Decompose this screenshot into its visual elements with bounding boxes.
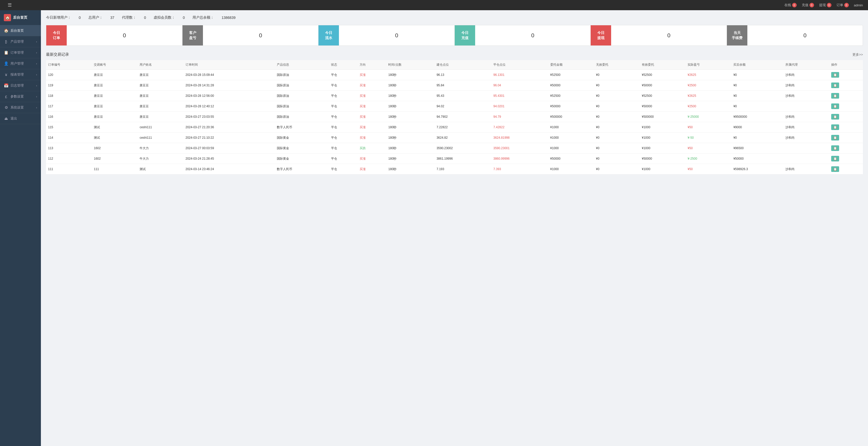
- sidebar-item-logs[interactable]: 📅 日志管理 ›: [0, 80, 41, 91]
- sidebar-item-products[interactable]: ₿ 产品管理 ›: [0, 36, 41, 47]
- invalid: ¥0: [594, 154, 640, 164]
- balance: ¥0: [731, 70, 783, 80]
- card-label-today-withdraw: 今日提现: [591, 25, 611, 45]
- action-button[interactable]: 📋: [831, 103, 839, 109]
- close-price: 7.42822: [491, 122, 548, 133]
- action[interactable]: 📋: [829, 154, 863, 164]
- col-header: 方向: [358, 60, 386, 70]
- col-header: 订单时间: [184, 60, 275, 70]
- admin-menu[interactable]: admin: [854, 3, 863, 7]
- amount: ¥1000: [548, 143, 594, 154]
- username: 唐豆豆: [137, 112, 183, 122]
- action-button[interactable]: 📋: [831, 135, 839, 140]
- order-id: 111: [46, 164, 92, 174]
- valid: ¥52500: [640, 70, 685, 80]
- order-time: 2024-03-27 21:10:22: [184, 133, 275, 143]
- action[interactable]: 📋: [829, 80, 863, 91]
- card-tile-daily-fee: 当天手续费 0: [727, 25, 863, 45]
- username: ceshi111: [137, 133, 183, 143]
- account: 1602: [92, 143, 137, 154]
- table-body: 120唐豆豆唐豆豆2024-03-28 15:09:44国际原油平仓买涨180秒…: [46, 70, 863, 174]
- order-nav[interactable]: 订单 0: [837, 3, 849, 7]
- sidebar-icon-logs: 📅: [4, 83, 8, 88]
- username: 唐豆豆: [137, 80, 183, 91]
- sidebar-arrow-system: ›: [36, 106, 37, 109]
- order-id: 115: [46, 122, 92, 133]
- action-button[interactable]: 📋: [831, 124, 839, 130]
- action-button[interactable]: 📋: [831, 166, 839, 172]
- valid: ¥500000: [640, 112, 685, 122]
- action-button[interactable]: 📋: [831, 145, 839, 151]
- sidebar-icon-orders: 📋: [4, 50, 8, 55]
- action-button[interactable]: 📋: [831, 156, 839, 161]
- profit: ¥-2500: [685, 154, 731, 164]
- duration: 180秒: [386, 101, 435, 112]
- sidebar-item-params[interactable]: £ 参数设置 ›: [0, 91, 41, 102]
- recharge-badge: 0: [809, 3, 814, 7]
- card-label-client-loss: 客户盘亏: [183, 25, 203, 45]
- action[interactable]: 📋: [829, 122, 863, 133]
- section-title: 最新交易记录: [46, 52, 69, 57]
- agent: 沙和尚: [783, 122, 829, 133]
- order-time: 2024-03-27 23:03:55: [184, 112, 275, 122]
- sidebar-item-reports[interactable]: ¥ 报表管理 ›: [0, 69, 41, 80]
- direction: 买涨: [358, 133, 386, 143]
- sidebar-item-logout[interactable]: ⏏ 退出: [0, 113, 41, 124]
- profit: ¥50: [685, 164, 731, 174]
- sidebar-item-home[interactable]: 🏠 后台首页: [0, 25, 41, 36]
- online-status[interactable]: 在线 0: [784, 3, 797, 7]
- new-users-value: 0: [79, 15, 81, 20]
- sidebar-label-logs: 日志管理: [10, 83, 34, 88]
- direction: 买涨: [358, 112, 386, 122]
- more-link[interactable]: 更多>>: [852, 52, 863, 57]
- invalid: ¥0: [594, 133, 640, 143]
- open-price: 95.84: [435, 80, 491, 91]
- order-time: 2024-03-24 21:28:45: [184, 154, 275, 164]
- sidebar-item-orders[interactable]: 📋 订单管理 ›: [0, 47, 41, 58]
- action[interactable]: 📋: [829, 91, 863, 101]
- status: 平仓: [329, 133, 358, 143]
- recharge-nav[interactable]: 充值 0: [802, 3, 814, 7]
- table-row: 120唐豆豆唐豆豆2024-03-28 15:09:44国际原油平仓买涨180秒…: [46, 70, 863, 80]
- balance: ¥96500: [731, 143, 783, 154]
- product: 国际原油: [275, 112, 329, 122]
- withdraw-nav[interactable]: 提现 0: [819, 3, 832, 7]
- action[interactable]: 📋: [829, 133, 863, 143]
- sidebar-item-users[interactable]: 👤 用户管理 ›: [0, 58, 41, 69]
- action[interactable]: 📋: [829, 101, 863, 112]
- action[interactable]: 📋: [829, 164, 863, 174]
- status: 平仓: [329, 154, 358, 164]
- action[interactable]: 📋: [829, 112, 863, 122]
- sidebar-icon-system: ⚙: [4, 105, 8, 110]
- action-button[interactable]: 📋: [831, 93, 839, 99]
- amount: ¥50000: [548, 101, 594, 112]
- open-price: 7.193: [435, 164, 491, 174]
- action-button[interactable]: 📋: [831, 72, 839, 78]
- close-price: 94.79: [491, 112, 548, 122]
- table-row: 1131602牛大力2024-03-27 00:03:59国际黄金平仓买跌180…: [46, 143, 863, 154]
- sidebar-label-orders: 订单管理: [10, 50, 34, 55]
- sidebar-item-system[interactable]: ⚙ 系统设置 ›: [0, 102, 41, 113]
- col-header: 订单编号: [46, 60, 92, 70]
- amount: ¥500000: [548, 112, 594, 122]
- sidebar-logo: 🏠 后台首页: [0, 10, 41, 25]
- profit: ¥-25000: [685, 112, 731, 122]
- action[interactable]: 📋: [829, 70, 863, 80]
- open-price: 3590.23002: [435, 143, 491, 154]
- order-id: 120: [46, 70, 92, 80]
- balance: ¥9000: [731, 122, 783, 133]
- sidebar-arrow-params: ›: [36, 95, 37, 98]
- virtual-members-label: 虚拟会员数：: [154, 15, 175, 20]
- hamburger-icon[interactable]: ☰: [5, 2, 12, 8]
- direction: 买涨: [358, 70, 386, 80]
- action-button[interactable]: 📋: [831, 114, 839, 120]
- main-layout: 🏠 后台首页 🏠 后台首页 ₿ 产品管理 › 📋 订单管理 › 👤 用户管理 ›…: [0, 10, 868, 446]
- table-row: 114测试ceshi1112024-03-27 21:10:22国际黄金平仓买涨…: [46, 133, 863, 143]
- card-label-today-flow: 今日流水: [318, 25, 339, 45]
- action-button[interactable]: 📋: [831, 83, 839, 88]
- table-header: 订单编号交易账号用户姓名订单时间产品信息状态方向时间/点数建仓点位平仓点位委托金…: [46, 60, 863, 70]
- open-price: 95.43: [435, 91, 491, 101]
- sidebar-icon-params: £: [4, 95, 8, 99]
- action[interactable]: 📋: [829, 143, 863, 154]
- new-users-label: 今日新增用户：: [46, 15, 71, 20]
